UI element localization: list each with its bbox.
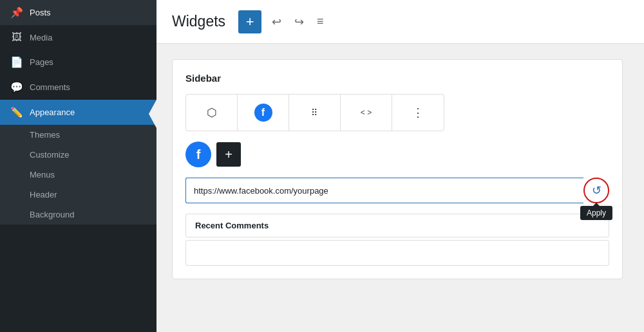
redo-button[interactable]: ↪ (292, 12, 307, 32)
pages-icon: 📄 (10, 56, 23, 68)
sidebar-item-posts[interactable]: 📌 Posts (0, 0, 156, 25)
sidebar-item-appearance[interactable]: ✏️ Appearance (0, 100, 156, 125)
more-block[interactable]: ⋮ (392, 95, 444, 131)
recent-comments-label: Recent Comments (195, 221, 269, 230)
url-input-row: ↺ Apply (185, 178, 609, 203)
code-icon: < > (361, 108, 372, 117)
recent-comments-row: Recent Comments (185, 214, 609, 237)
more-options-button[interactable]: ≡ (314, 12, 327, 31)
url-input[interactable] (185, 178, 583, 203)
share-block[interactable]: ⬡ (186, 95, 238, 131)
more-block-icon: ⋮ (412, 106, 424, 120)
widget-blocks-row: ⬡ f ⠿ < > ⋮ (185, 94, 444, 131)
appearance-submenu: Themes Customize Menus Header Background (0, 125, 156, 225)
widget-area: Sidebar ⬡ f ⠿ < > ⋮ (172, 59, 623, 279)
apply-icon: ↺ (592, 183, 601, 198)
undo-button[interactable]: ↩ (269, 12, 284, 32)
posts-icon: 📌 (10, 6, 23, 19)
sidebar-item-appearance-label: Appearance (30, 107, 75, 117)
main-content: Widgets + ↩ ↪ ≡ Sidebar ⬡ f (156, 0, 644, 332)
sidebar-item-media-label: Media (30, 33, 52, 42)
more-icon: ≡ (317, 15, 324, 28)
share-icon: ⬡ (207, 106, 217, 120)
content-area: Sidebar ⬡ f ⠿ < > ⋮ (156, 44, 644, 332)
sidebar-item-pages[interactable]: 📄 Pages (0, 50, 156, 75)
dots-icon: ⠿ (311, 107, 318, 118)
widget-area-title: Sidebar (185, 73, 609, 84)
appearance-icon: ✏️ (10, 106, 23, 118)
facebook-circle-button[interactable]: f (185, 142, 211, 167)
sidebar: 📌 Posts 🖼 Media 📄 Pages 💬 Comments ✏️ Ap… (0, 0, 156, 332)
code-block[interactable]: < > (341, 95, 392, 131)
apply-button-wrapper: ↺ Apply (583, 178, 609, 203)
sidebar-item-comments[interactable]: 💬 Comments (0, 75, 156, 100)
apply-tooltip: Apply (580, 206, 612, 220)
add-widget-button[interactable]: + (216, 142, 241, 167)
page-title: Widgets (172, 13, 225, 30)
page-header: Widgets + ↩ ↪ ≡ (156, 0, 644, 44)
submenu-background[interactable]: Background (0, 205, 156, 225)
sidebar-item-media[interactable]: 🖼 Media (0, 25, 156, 50)
action-row: f + (185, 142, 609, 167)
submenu-themes[interactable]: Themes (0, 125, 156, 145)
sidebar-item-comments-label: Comments (30, 82, 70, 92)
submenu-customize[interactable]: Customize (0, 145, 156, 165)
submenu-header[interactable]: Header (0, 185, 156, 205)
facebook-icon: f (254, 104, 272, 122)
comments-icon: 💬 (10, 81, 23, 93)
undo-icon: ↩ (272, 15, 281, 29)
media-icon: 🖼 (10, 32, 23, 43)
sidebar-item-pages-label: Pages (30, 57, 53, 67)
redo-icon: ↪ (294, 15, 304, 29)
sidebar-item-posts-label: Posts (30, 8, 51, 17)
dots-block[interactable]: ⠿ (289, 95, 341, 131)
facebook-block[interactable]: f (238, 95, 289, 131)
apply-button[interactable]: ↺ (583, 178, 609, 203)
recent-comments-empty-row (185, 240, 609, 266)
add-block-button[interactable]: + (238, 10, 261, 33)
submenu-menus[interactable]: Menus (0, 165, 156, 185)
